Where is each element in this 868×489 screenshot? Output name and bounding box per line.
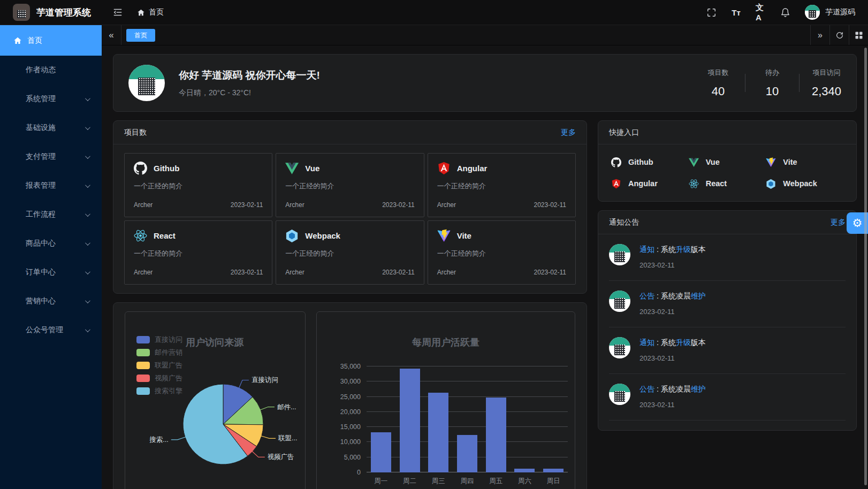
tabs-collapse-icon[interactable]: « xyxy=(102,25,121,45)
sidebar-item[interactable]: 工作流程 xyxy=(0,200,102,229)
project-desc: 一个正经的简介 xyxy=(437,249,566,258)
notice-avatar xyxy=(609,337,630,358)
sidebar-item[interactable]: 作者动态 xyxy=(0,56,102,85)
project-card[interactable]: Vite 一个正经的简介 Archer 2023-02-11 xyxy=(428,220,576,285)
chevron-down-icon xyxy=(85,154,90,159)
project-name: Github xyxy=(154,164,179,173)
y-axis-tick-label: 20,000 xyxy=(340,408,361,416)
stat-label: 待办 xyxy=(758,68,787,78)
shortcut-item[interactable]: Webpack xyxy=(766,175,843,192)
project-date: 2023-02-11 xyxy=(534,269,567,276)
projects-more-link[interactable]: 更多 xyxy=(561,128,576,137)
bar[interactable] xyxy=(371,432,391,472)
chevron-down-icon xyxy=(85,269,90,274)
project-card[interactable]: React 一个正经的简介 Archer 2023-02-11 xyxy=(124,220,272,285)
sidebar-item[interactable]: 支付管理 xyxy=(0,142,102,171)
legend-label: 视频广告 xyxy=(155,373,182,383)
legend-item[interactable]: 直接访问 xyxy=(136,336,182,343)
stat-item: 项目数 40 xyxy=(704,68,733,98)
y-axis-tick-label: 25,000 xyxy=(340,393,361,401)
legend-swatch xyxy=(136,362,150,369)
shortcut-icon xyxy=(689,157,699,167)
sidebar-item[interactable]: 系统管理 xyxy=(0,85,102,113)
chevron-down-icon xyxy=(85,240,90,246)
app-logo[interactable]: 芋道管理系统 xyxy=(13,4,91,21)
shortcut-item[interactable]: Angular xyxy=(611,175,689,192)
welcome-card: 你好 芋道源码 祝你开心每一天! 今日晴，20°C - 32°C! 项目数 40… xyxy=(113,54,857,112)
fullscreen-icon[interactable] xyxy=(706,7,717,18)
project-name: Vue xyxy=(305,164,319,173)
projects-panel: 项目数 更多 Github 一个正经的简介 Archer 2023-02-11 … xyxy=(113,120,587,294)
sidebar-item[interactable]: 商品中心 xyxy=(0,229,102,258)
y-axis-tick-label: 5,000 xyxy=(344,454,361,461)
bar-slot xyxy=(453,366,482,472)
notice-item[interactable]: 公告 : 系统凌晨维护 2023-02-11 xyxy=(609,374,846,421)
bar[interactable] xyxy=(428,393,448,472)
language-icon[interactable]: 文A xyxy=(756,7,766,18)
bar-slot xyxy=(482,366,511,472)
sidebar-item[interactable]: 基础设施 xyxy=(0,113,102,142)
sidebar-item-label: 订单中心 xyxy=(26,268,56,277)
app-logo-image xyxy=(13,4,30,21)
project-card[interactable]: Webpack 一个正经的简介 Archer 2023-02-11 xyxy=(276,220,424,285)
bar[interactable] xyxy=(543,469,564,472)
project-icon xyxy=(134,229,147,242)
sidebar-item-label: 首页 xyxy=(27,36,42,45)
y-axis-tick-label: 30,000 xyxy=(340,378,361,385)
bar-slot xyxy=(511,366,539,472)
user-menu[interactable]: 芋道源码 xyxy=(805,5,855,20)
sidebar-item[interactable]: 订单中心 xyxy=(0,258,102,287)
legend-item[interactable]: 邮件营销 xyxy=(136,349,182,356)
stat-value: 2,340 xyxy=(812,85,841,98)
shortcut-icon xyxy=(766,157,776,167)
project-card[interactable]: Vue 一个正经的简介 Archer 2023-02-11 xyxy=(276,153,424,217)
bar[interactable] xyxy=(514,469,535,472)
sidebar-item[interactable]: 报表管理 xyxy=(0,171,102,200)
shortcut-item[interactable]: Vue xyxy=(689,154,766,170)
legend-item[interactable]: 视频广告 xyxy=(136,375,182,382)
project-card[interactable]: Github 一个正经的简介 Archer 2023-02-11 xyxy=(124,153,272,217)
bar[interactable] xyxy=(486,398,506,472)
shortcuts-title: 快捷入口 xyxy=(609,128,639,137)
sidebar-fold-icon[interactable] xyxy=(112,7,123,18)
breadcrumb-label: 首页 xyxy=(149,7,164,17)
bar[interactable] xyxy=(457,435,477,472)
legend-swatch xyxy=(136,375,150,382)
bar[interactable] xyxy=(400,369,420,472)
shortcut-item[interactable]: Github xyxy=(611,154,689,170)
home-icon xyxy=(137,9,145,17)
sidebar-item[interactable]: 首页 xyxy=(0,25,102,56)
tab-home[interactable]: 首页 xyxy=(126,29,155,42)
shortcut-item[interactable]: Vite xyxy=(766,154,843,170)
sidebar-item[interactable]: 公众号管理 xyxy=(0,316,102,345)
project-author: Archer xyxy=(437,269,456,276)
bar-slot xyxy=(395,366,424,472)
chevron-down-icon xyxy=(85,298,90,303)
project-icon xyxy=(285,162,299,175)
font-size-icon[interactable]: Tт xyxy=(731,7,741,18)
legend-item[interactable]: 搜索引擎 xyxy=(136,387,182,395)
layout-grid-icon[interactable] xyxy=(849,25,868,45)
welcome-weather: 今日晴，20°C - 32°C! xyxy=(179,88,320,98)
notice-item[interactable]: 通知 : 系统升级版本 2023-02-11 xyxy=(609,327,846,374)
legend-item[interactable]: 联盟广告 xyxy=(136,362,182,369)
notice-list: 通知 : 系统升级版本 2023-02-11 公告 : 系统凌晨维护 2023-… xyxy=(598,234,856,430)
bar-chart-title: 每周用户活跃量 xyxy=(317,336,575,349)
scrollbar[interactable] xyxy=(864,48,867,485)
bell-icon[interactable] xyxy=(780,7,790,18)
notice-date: 2023-02-11 xyxy=(639,354,706,362)
sidebar-item[interactable]: 营销中心 xyxy=(0,287,102,316)
notices-more-link[interactable]: 更多 xyxy=(831,218,846,227)
notice-date: 2023-02-11 xyxy=(639,261,706,269)
gear-icon: ⚙ xyxy=(852,217,863,230)
sidebar-item-label: 作者动态 xyxy=(26,65,56,75)
shortcut-item[interactable]: React xyxy=(689,175,766,192)
notice-date: 2023-02-11 xyxy=(639,401,706,409)
notice-item[interactable]: 公告 : 系统凌晨维护 2023-02-11 xyxy=(609,281,846,327)
breadcrumb[interactable]: 首页 xyxy=(137,7,164,17)
sidebar-item-label: 公众号管理 xyxy=(26,325,63,335)
project-card[interactable]: Angular 一个正经的简介 Archer 2023-02-11 xyxy=(428,153,576,217)
refresh-icon[interactable] xyxy=(829,25,849,45)
tabs-expand-icon[interactable]: » xyxy=(810,25,829,45)
notice-item[interactable]: 通知 : 系统升级版本 2023-02-11 xyxy=(609,234,846,281)
